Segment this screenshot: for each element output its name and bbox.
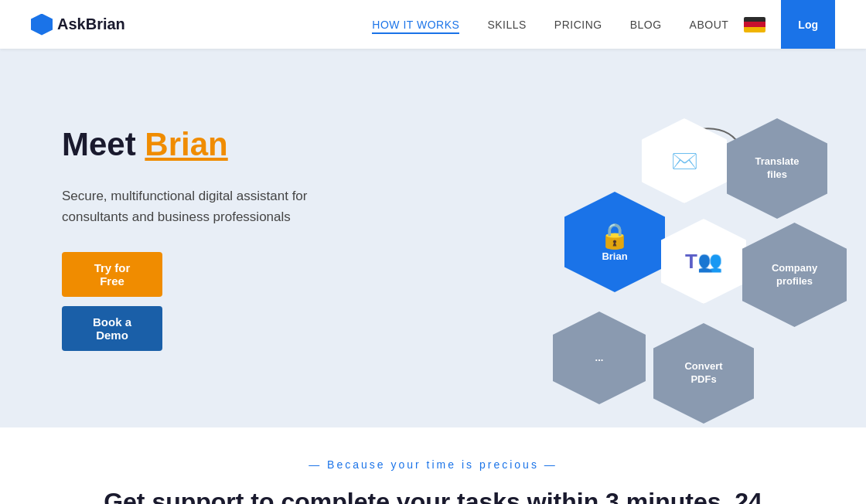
try-for-free-button[interactable]: Try for Free xyxy=(62,252,162,297)
nav-item-pricing[interactable]: PRICING xyxy=(554,18,602,32)
main-heading: Get support to complete your tasks withi… xyxy=(46,486,820,504)
hero-title-prefix: Meet xyxy=(62,126,145,162)
hex-diagram: 🔒 Brian ✉️ Translatefiles T👥 Companypr xyxy=(433,72,866,427)
navbar: AskBrian HOW IT WORKS SKILLS PRICING BLO… xyxy=(0,0,866,49)
nav-item-about[interactable]: ABOUT xyxy=(690,18,729,32)
flag-black-stripe xyxy=(744,17,765,22)
logo-icon xyxy=(31,14,53,36)
hero-section: Meet Brian Secure, multifunctional digit… xyxy=(0,49,866,427)
nav-link-how-it-works[interactable]: HOW IT WORKS xyxy=(372,19,459,34)
hero-title: Meet Brian xyxy=(62,125,325,164)
logo-text: AskBrian xyxy=(57,15,125,33)
hex-email: ✉️ xyxy=(642,118,727,203)
brian-label: Brian xyxy=(602,250,627,264)
more-label: ... xyxy=(595,352,604,365)
bottom-section: — Because your time is precious — Get su… xyxy=(0,427,866,504)
teams-icon: T👥 xyxy=(685,250,722,274)
login-button[interactable]: Log xyxy=(781,0,835,49)
hex-brian: 🔒 Brian xyxy=(564,192,665,292)
hex-company: Companyprofiles xyxy=(742,223,847,327)
flag-gold-stripe xyxy=(744,27,765,32)
hex-teams: T👥 xyxy=(661,219,746,304)
hex-more: ... xyxy=(553,312,646,404)
hex-convert: ConvertPDFs xyxy=(653,323,754,424)
nav-link-skills[interactable]: SKILLS xyxy=(487,19,526,31)
book-demo-button[interactable]: Book a Demo xyxy=(62,306,162,351)
flag-red-stripe xyxy=(744,22,765,27)
hero-text: Meet Brian Secure, multifunctional digit… xyxy=(62,125,325,352)
tagline: — Because your time is precious — xyxy=(46,458,820,471)
convert-label: ConvertPDFs xyxy=(684,360,722,387)
nav-item-blog[interactable]: BLOG xyxy=(630,18,662,32)
hex-translate: Translatefiles xyxy=(727,118,827,219)
language-flag[interactable] xyxy=(744,17,765,32)
nav-links: HOW IT WORKS SKILLS PRICING BLOG ABOUT xyxy=(372,18,728,32)
nav-item-how-it-works[interactable]: HOW IT WORKS xyxy=(372,18,459,32)
nav-link-blog[interactable]: BLOG xyxy=(630,19,662,31)
email-icon: ✉️ xyxy=(671,148,698,174)
hero-subtitle: Secure, multifunctional digital assistan… xyxy=(62,186,325,227)
translate-label: Translatefiles xyxy=(755,155,799,182)
hero-title-highlight: Brian xyxy=(145,126,227,162)
company-label: Companyprofiles xyxy=(772,262,817,288)
nav-link-about[interactable]: ABOUT xyxy=(690,19,729,31)
brian-icon: 🔒 xyxy=(599,221,630,250)
nav-link-pricing[interactable]: PRICING xyxy=(554,19,602,31)
nav-item-skills[interactable]: SKILLS xyxy=(487,18,526,32)
logo[interactable]: AskBrian xyxy=(31,14,125,36)
